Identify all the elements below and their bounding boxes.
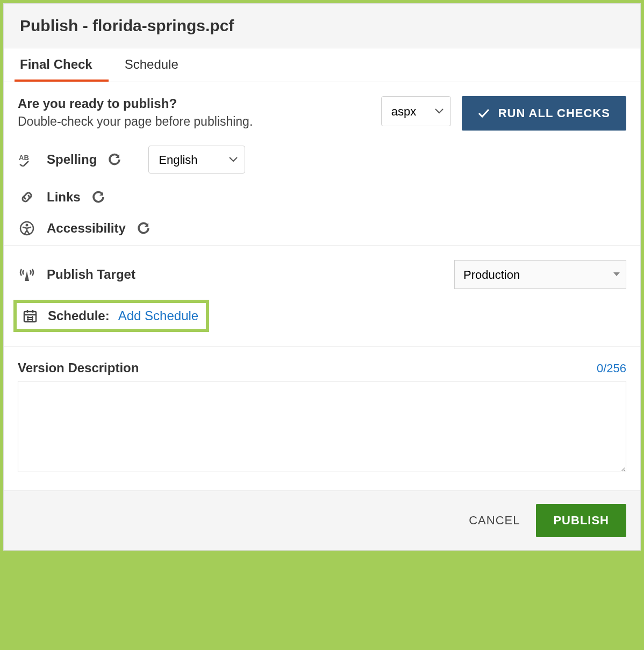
spelling-row: AB Spelling English [18,146,626,174]
target-select-wrap: Production [454,260,626,289]
ready-question: Are you ready to publish? [18,96,370,111]
spellcheck-icon: AB [18,153,36,167]
publish-dialog: Publish - florida-springs.pcf Final Chec… [3,3,641,551]
refresh-icon[interactable] [108,153,121,167]
extension-select-wrap: aspx [381,96,451,126]
refresh-icon[interactable] [137,221,151,235]
char-count: 0/256 [597,362,626,375]
publish-target-label: Publish Target [47,267,135,282]
run-all-checks-button[interactable]: RUN ALL CHECKS [462,96,626,131]
links-row: Links [18,190,626,205]
version-description-header: Version Description 0/256 [18,360,626,375]
calendar-icon [21,308,39,323]
spelling-label: Spelling [47,152,97,167]
publish-target-row: Publish Target Production [18,260,626,289]
tab-final-check[interactable]: Final Check [15,48,109,82]
tab-schedule[interactable]: Schedule [119,48,195,82]
dialog-header: Publish - florida-springs.pcf [4,4,640,48]
version-description-label: Version Description [18,360,139,375]
schedule-label: Schedule: [48,308,110,323]
svg-point-2 [26,224,28,227]
svg-rect-3 [24,312,36,322]
check-icon [478,109,490,118]
schedule-highlight-box: Schedule: Add Schedule [13,300,209,332]
accessibility-icon [18,221,36,236]
language-select-wrap: English [148,146,245,174]
publish-button[interactable]: PUBLISH [536,504,626,537]
publish-target-select[interactable]: Production [454,260,626,289]
divider [4,245,640,246]
svg-text:AB: AB [19,154,29,162]
ready-row: Are you ready to publish? Double-check y… [18,96,626,131]
dialog-body: Are you ready to publish? Double-check y… [4,82,640,490]
add-schedule-link[interactable]: Add Schedule [118,308,198,323]
language-select[interactable]: English [148,146,245,174]
extension-select[interactable]: aspx [381,96,451,126]
accessibility-label: Accessibility [47,221,126,236]
dialog-title: Publish - florida-springs.pcf [20,17,624,35]
accessibility-row: Accessibility [18,221,626,236]
link-icon [18,190,36,205]
links-label: Links [47,190,81,205]
run-all-label: RUN ALL CHECKS [498,106,610,120]
ready-text: Are you ready to publish? Double-check y… [18,96,370,129]
refresh-icon[interactable] [91,190,105,204]
antenna-icon [18,267,36,282]
version-description-input[interactable] [18,381,626,472]
divider [4,346,640,346]
tabs: Final Check Schedule [4,48,640,82]
ready-subtext: Double-check your page before publishing… [18,114,370,129]
cancel-button[interactable]: CANCEL [469,514,520,528]
dialog-footer: CANCEL PUBLISH [4,490,640,550]
